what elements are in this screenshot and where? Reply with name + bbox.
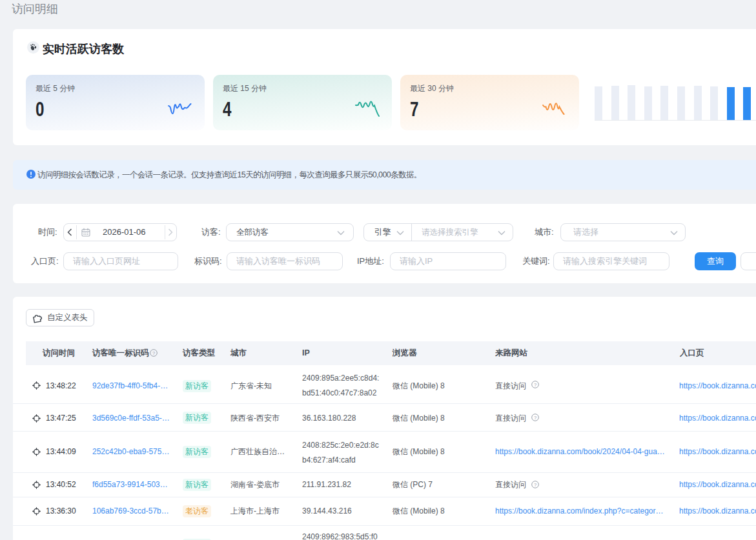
svg-text:?: ? — [152, 350, 155, 356]
svg-text:?: ? — [534, 414, 536, 420]
svg-text:?: ? — [534, 482, 536, 488]
svg-text:?: ? — [534, 381, 536, 387]
